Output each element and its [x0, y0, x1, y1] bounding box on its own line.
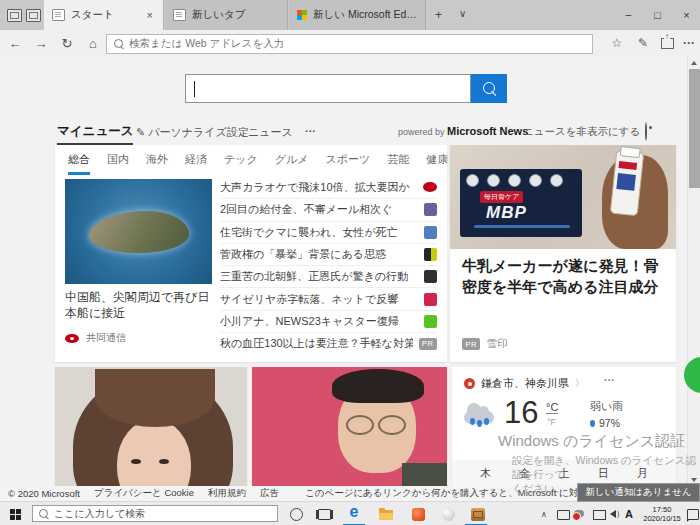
headline-item[interactable]: 秋の血圧130以上は要注意？手軽な対策はPR [220, 332, 437, 354]
browser-toolbar: ← → ↻ ⌂ 検索または Web アドレスを入力 ☆ ✎ ··· [0, 30, 700, 57]
tab-list-button[interactable]: ∨ [454, 6, 471, 21]
start-page: マイニュース ✎ パーソナライズ設定 ニュース ··· powered by M… [0, 57, 700, 486]
tab-close-icon[interactable]: × [145, 9, 155, 21]
news-link[interactable]: ニュース [248, 125, 293, 140]
tab-start[interactable]: スタート × [44, 0, 164, 30]
source-icon [424, 270, 437, 283]
sphere-app-icon[interactable] [438, 506, 458, 523]
file-explorer-icon[interactable] [376, 506, 396, 523]
headline-item[interactable]: 2回目の給付金、不審メール相次ぐ [220, 198, 437, 220]
tab-label: スタート [71, 8, 139, 22]
scroll-up-icon[interactable] [691, 61, 697, 65]
tab-preview-icon[interactable] [26, 9, 41, 22]
action-center-icon[interactable] [687, 509, 699, 520]
forward-icon[interactable]: → [30, 34, 52, 53]
tray-expand-icon[interactable]: ∧ [541, 510, 547, 519]
celebrity-photo-card-1[interactable] [55, 367, 247, 486]
sponsored-source: PR 雪印 [462, 337, 507, 351]
onedrive-alert-icon[interactable] [574, 510, 584, 517]
annotate-pen-icon[interactable]: ✎ [632, 34, 654, 53]
taskbar-search-input[interactable]: ここに入力して検索 [32, 505, 278, 522]
sponsored-card[interactable]: 毎日骨ケア MBP 牛乳メーカーが遂に発見！骨密度を半年で高める注目成分 PR … [450, 145, 676, 362]
cortana-icon[interactable] [286, 506, 306, 523]
headline-item[interactable]: 菅政権の「暴挙」背景にある思惑 [220, 243, 437, 265]
volume-tray-icon[interactable]: ) [610, 510, 616, 518]
headline-item[interactable]: 住宅街でクマに襲われ、女性が死亡 [220, 221, 437, 243]
tablet-tray-icon[interactable] [557, 510, 570, 520]
category-tabs: 総合 国内 海外 経済 テック グルメ スポーツ 芸能 健康 [68, 152, 436, 175]
start-button[interactable] [10, 509, 21, 520]
weather-location[interactable]: 鎌倉市、神奈川県 〉 [464, 376, 584, 391]
hide-news-link[interactable]: ニュースを非表示にする [523, 125, 640, 139]
privacy-link[interactable]: プライバシーと Cookie [94, 487, 194, 500]
ads-link[interactable]: 広告 [260, 487, 279, 500]
settings-more-icon[interactable]: ··· [678, 34, 700, 53]
home-icon[interactable]: ⌂ [82, 34, 104, 53]
task-view-icon[interactable] [314, 506, 334, 523]
set-tabs-aside-icon[interactable] [7, 9, 22, 22]
page-icon [173, 9, 186, 21]
copyright-label: © 2020 Microsoft [8, 488, 80, 499]
hub-favorites-icon[interactable]: ☆ [606, 34, 628, 53]
category-tab[interactable]: グルメ [275, 152, 309, 175]
personalize-link[interactable]: ✎ パーソナライズ設定 [136, 125, 249, 140]
pencil-icon: ✎ [136, 126, 145, 138]
category-tab[interactable]: 経済 [185, 152, 207, 175]
category-tab[interactable]: 健康 [426, 152, 448, 175]
page-scrollbar[interactable] [687, 57, 700, 486]
news-bar-more-icon[interactable]: ··· [305, 125, 316, 137]
tab-new-tab[interactable]: 新しいタブ [165, 0, 288, 30]
web-search-button[interactable] [471, 74, 507, 103]
minimize-button[interactable]: − [614, 0, 643, 30]
package-brand: MBP [486, 203, 527, 223]
back-icon[interactable]: ← [4, 34, 26, 53]
microsoft-news-brand: Microsoft News [447, 125, 528, 137]
network-tray-icon[interactable] [593, 510, 606, 520]
tab-new-edge-promo[interactable]: 新しい Microsoft Edge ブラウ [289, 0, 426, 30]
raindrop-icon [590, 420, 595, 427]
my-news-tab[interactable]: マイニュース [57, 123, 133, 145]
microsoft-logo-icon [297, 10, 307, 20]
category-tab[interactable]: スポーツ [326, 152, 371, 175]
featured-source: 共同通信 [65, 331, 126, 345]
sponsored-headline[interactable]: 牛乳メーカーが遂に発見！骨密度を半年で高める注目成分 [462, 255, 664, 297]
category-tab[interactable]: テック [224, 152, 258, 175]
scrollbar-thumb[interactable] [689, 69, 700, 188]
source-icon [424, 248, 437, 261]
terms-link[interactable]: 利用規約 [208, 487, 246, 500]
headline-list: 大声カラオケで飛沫10倍、拡大要因か 2回目の給付金、不審メール相次ぐ 住宅街で… [220, 176, 437, 354]
address-placeholder: 検索または Web アドレスを入力 [129, 37, 284, 51]
ime-mode-indicator[interactable]: A [625, 508, 633, 520]
new-tab-button[interactable]: + [430, 6, 447, 24]
refresh-icon[interactable]: ↻ [56, 34, 78, 53]
weather-condition: 弱い雨 [590, 399, 623, 414]
maximize-button[interactable]: □ [643, 0, 672, 30]
share-icon[interactable] [661, 38, 674, 49]
rain-cloud-icon [464, 411, 494, 424]
close-button[interactable]: × [672, 0, 700, 30]
weather-more-icon[interactable]: ··· [604, 374, 615, 386]
headline-item[interactable]: 小川アナ、NEWS23キャスター復帰 [220, 310, 437, 332]
category-tab[interactable]: 国内 [107, 152, 129, 175]
headline-item[interactable]: 三重苦の北朝鮮、正恩氏が驚きの行動 [220, 265, 437, 287]
office-icon[interactable] [408, 506, 428, 523]
island-photo[interactable] [65, 179, 212, 284]
page-icon [52, 9, 65, 21]
category-tab[interactable]: 総合 [68, 152, 90, 175]
featured-headline[interactable]: 中国船、尖閣周辺で再び日本船に接近 [65, 289, 212, 321]
address-bar-input[interactable]: 検索または Web アドレスを入力 [106, 34, 593, 54]
store-app-icon[interactable] [468, 506, 488, 523]
source-icon [424, 293, 437, 306]
category-tab[interactable]: 海外 [146, 152, 168, 175]
source-icon [423, 182, 437, 192]
gear-icon[interactable] [645, 122, 647, 141]
headline-item[interactable]: 大声カラオケで飛沫10倍、拡大要因か [220, 176, 437, 198]
category-tab[interactable]: 芸能 [387, 152, 409, 175]
headline-item[interactable]: サイゼリヤ赤字転落、ネットで反響 [220, 287, 437, 309]
edge-taskbar-icon[interactable]: e [344, 503, 364, 520]
web-search-input[interactable] [185, 74, 471, 103]
celebrity-photo-card-2[interactable]: ・株式会 ーズ・テイ [252, 367, 447, 486]
fahrenheit-toggle[interactable]: °F [547, 417, 556, 427]
taskbar-clock[interactable]: 17:50 2020/10/15 [640, 505, 684, 523]
celsius-toggle[interactable]: °C [546, 401, 558, 414]
